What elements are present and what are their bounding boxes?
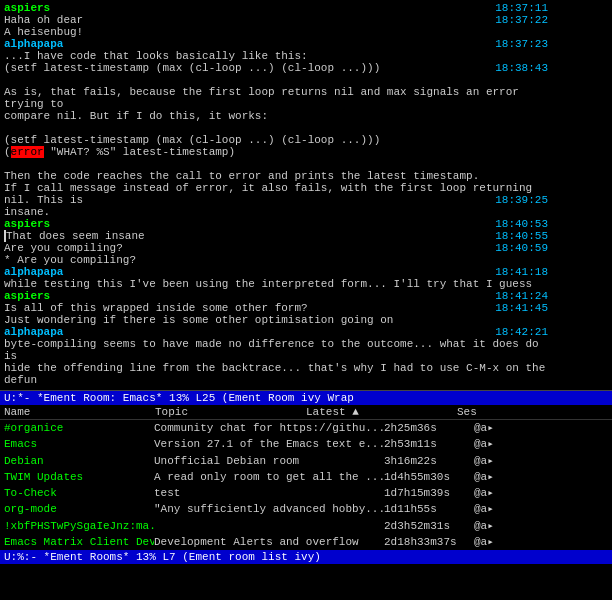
message-text: ...I have code that looks basically like… — [4, 50, 308, 62]
chat-line: (setf latest-timestamp (max (cl-loop ...… — [4, 62, 608, 74]
code-text: (setf latest-timestamp (max (cl-loop ...… — [4, 62, 380, 74]
room-name[interactable]: To-Check — [4, 486, 154, 500]
room-ses: @a▸ — [474, 437, 514, 451]
room-ses: @a▸ — [474, 421, 514, 435]
chat-block: alphapapa 18:42:21 — [4, 326, 608, 338]
timestamp: 18:37:22 — [495, 14, 548, 26]
list-item[interactable]: Debian Unofficial Debian room 3h16m22s @… — [0, 453, 612, 469]
room-name[interactable]: Emacs Matrix Client Dev... — [4, 535, 154, 549]
mode-line-2-text: U:%:- *Ement Rooms* 13% L7 (Ement room l… — [4, 551, 321, 563]
chat-block: alphapapa 18:41:18 — [4, 266, 608, 278]
chat-block: aspiers 18:41:24 — [4, 290, 608, 302]
mode-line-2: U:%:- *Ement Rooms* 13% L7 (Ement room l… — [0, 550, 612, 564]
chat-area: aspiers 18:37:11 Haha oh dear 18:37:22 A… — [0, 0, 612, 390]
username: aspiers — [4, 2, 50, 14]
message-text: A heisenbug! — [4, 26, 83, 38]
room-list-header: Name Topic Latest ▲ Ses — [0, 405, 612, 420]
room-latest: 2d18h33m37s — [384, 535, 474, 549]
chat-line: Is all of this wrapped inside some other… — [4, 302, 608, 314]
room-latest: 2d3h52m31s — [384, 519, 474, 533]
message-text: while testing this I've been using the i… — [4, 278, 532, 290]
room-ses: @a▸ — [474, 470, 514, 484]
col-header-topic: Topic — [155, 406, 306, 418]
list-item[interactable]: Emacs Matrix Client Dev... Development A… — [0, 534, 612, 550]
room-topic: test — [154, 486, 384, 500]
username: alphapapa — [4, 266, 63, 278]
room-name[interactable]: Debian — [4, 454, 154, 468]
timestamp: 18:41:18 — [495, 266, 548, 278]
code-text: (error "WHAT? %S" latest-timestamp) — [4, 146, 235, 158]
message-text: Is all of this wrapped inside some other… — [4, 302, 308, 314]
room-topic: A read only room to get all the ... — [154, 470, 384, 484]
chat-line: insane. — [4, 206, 608, 218]
timestamp: 18:37:23 — [495, 38, 548, 50]
blank-line — [4, 74, 608, 86]
chat-block: aspiers 18:40:53 — [4, 218, 608, 230]
chat-line: (error "WHAT? %S" latest-timestamp) — [4, 146, 608, 158]
message-text: compare nil. But if I do this, it works: — [4, 110, 268, 122]
mode-line-1: U:*- *Ement Room: Emacs* 13% L25 (Ement … — [0, 390, 612, 405]
list-item[interactable]: !xbfPHSTwPySgaIeJnz:ma... 2d3h52m31s @a▸ — [0, 518, 612, 534]
chat-line: If I call message instead of error, it a… — [4, 182, 608, 206]
room-name[interactable]: !xbfPHSTwPySgaIeJnz:ma... — [4, 519, 154, 533]
timestamp: 18:40:59 — [495, 242, 548, 254]
room-latest: 3h16m22s — [384, 454, 474, 468]
chat-line: ...I have code that looks basically like… — [4, 50, 608, 62]
message-text: Then the code reaches the call to error … — [4, 170, 479, 182]
room-latest: 1d7h15m39s — [384, 486, 474, 500]
chat-line: * Are you compiling? — [4, 254, 608, 266]
chat-line: A heisenbug! — [4, 26, 608, 38]
room-name[interactable]: Emacs — [4, 437, 154, 451]
message-text: If I call message instead of error, it a… — [4, 182, 532, 206]
timestamp: 18:37:11 — [495, 2, 548, 14]
message-text: As is, that fails, because the first loo… — [4, 86, 519, 110]
mode-line-1-text: U:*- *Ement Room: Emacs* 13% L25 (Ement … — [4, 392, 354, 404]
list-item[interactable]: org-mode "Any sufficiently advanced hobb… — [0, 501, 612, 517]
username: aspiers — [4, 218, 50, 230]
chat-line: byte-compiling seems to have made no dif… — [4, 338, 608, 362]
blank-line — [4, 122, 608, 134]
col-header-ses: Ses — [457, 406, 608, 418]
timestamp: 18:39:25 — [495, 194, 548, 206]
chat-line: (setf latest-timestamp (max (cl-loop ...… — [4, 134, 608, 146]
room-ses: @a▸ — [474, 502, 514, 516]
error-keyword: error — [11, 146, 44, 158]
room-latest: 1d11h55s — [384, 502, 474, 516]
code-text: (setf latest-timestamp (max (cl-loop ...… — [4, 134, 380, 146]
timestamp: 18:41:24 — [495, 290, 548, 302]
room-latest: 2h25m36s — [384, 421, 474, 435]
list-item[interactable]: TWIM Updates A read only room to get all… — [0, 469, 612, 485]
message-text: insane. — [4, 206, 50, 218]
blank-line — [4, 158, 608, 170]
chat-block: aspiers 18:37:11 — [4, 2, 608, 14]
list-item[interactable]: #organice Community chat for https://git… — [0, 420, 612, 436]
message-text: hide the offending line from the backtra… — [4, 362, 545, 386]
chat-line: As is, that fails, because the first loo… — [4, 86, 608, 110]
timestamp: 18:40:55 — [495, 230, 548, 242]
col-header-name: Name — [4, 406, 155, 418]
chat-line: Haha oh dear 18:37:22 — [4, 14, 608, 26]
chat-line: compare nil. But if I do this, it works: — [4, 110, 608, 122]
message-text: Are you compiling? — [4, 242, 123, 254]
room-name[interactable]: TWIM Updates — [4, 470, 154, 484]
chat-line: Are you compiling? 18:40:59 — [4, 242, 608, 254]
username: aspiers — [4, 290, 50, 302]
message-text: byte-compiling seems to have made no dif… — [4, 338, 539, 362]
col-header-latest: Latest ▲ — [306, 406, 457, 418]
chat-line: Then the code reaches the call to error … — [4, 170, 608, 182]
chat-block: alphapapa 18:37:23 — [4, 38, 608, 50]
message-text: * Are you compiling? — [4, 254, 136, 266]
message-text: Haha oh dear — [4, 14, 83, 26]
list-item[interactable]: Emacs Version 27.1 of the Emacs text e..… — [0, 436, 612, 452]
room-topic: Community chat for https://githu... — [154, 421, 384, 435]
timestamp: 18:41:45 — [495, 302, 548, 314]
room-topic: "Any sufficiently advanced hobby... — [154, 502, 384, 516]
list-item[interactable]: To-Check test 1d7h15m39s @a▸ — [0, 485, 612, 501]
room-topic: Unofficial Debian room — [154, 454, 384, 468]
room-topic: Version 27.1 of the Emacs text e... — [154, 437, 384, 451]
message-text: Just wondering if there is some other op… — [4, 314, 393, 326]
room-name[interactable]: #organice — [4, 421, 154, 435]
timestamp: 18:38:43 — [495, 62, 548, 74]
chat-line: Just wondering if there is some other op… — [4, 314, 608, 326]
room-name[interactable]: org-mode — [4, 502, 154, 516]
